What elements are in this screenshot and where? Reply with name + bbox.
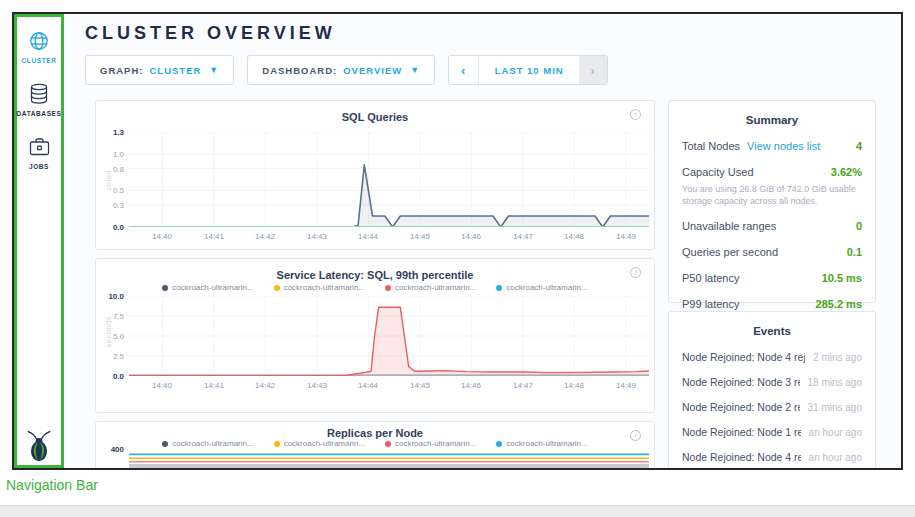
page-title: CLUSTER OVERVIEW (85, 23, 336, 44)
chart-svg (129, 132, 649, 227)
event-row[interactable]: Node Rejoined: Node 3 rej... 18 mins ago (682, 376, 862, 388)
x-axis-tick: 14:47 (505, 381, 541, 390)
y-axis-tick: 0.5 (98, 186, 124, 195)
dashboard-controls: GRAPH: CLUSTER ▼ DASHBOARD: OVERVIEW ▼ ‹… (85, 55, 608, 85)
summary-value: 4 (856, 140, 862, 152)
x-axis-tick: 14:42 (247, 381, 283, 390)
x-axis-tick: 14:43 (299, 381, 335, 390)
sidebar-item-databases[interactable]: DATABASES (17, 82, 62, 117)
chart-svg (129, 296, 649, 376)
summary-label: P99 latency (682, 298, 739, 310)
y-axis-tick: 1.3 (98, 128, 124, 137)
x-axis-tick: 14:48 (556, 232, 592, 241)
x-axis-tick: 14:49 (608, 232, 644, 241)
briefcase-icon (27, 135, 51, 159)
chart-plot-area[interactable] (129, 132, 649, 227)
x-axis-tick: 14:48 (556, 381, 592, 390)
graph-dropdown[interactable]: GRAPH: CLUSTER ▼ (85, 55, 234, 85)
summary-row: P99 latency285.2 ms (682, 298, 862, 310)
legend-dot (496, 285, 502, 291)
navigation-bar: CLUSTER DATABASES (14, 14, 64, 468)
summary-value: 3.62% (831, 166, 862, 178)
y-axis-tick: 0.3 (98, 201, 124, 210)
time-window-selector: ‹ LAST 10 MIN › (448, 55, 608, 85)
summary-row: Total NodesView nodes list4 (682, 140, 862, 152)
summary-row: P50 latency10.5 ms (682, 272, 862, 284)
chart-title: Replicas per Node (96, 427, 654, 439)
x-axis-tick: 14:46 (453, 232, 489, 241)
y-axis-tick: 2.5 (98, 352, 124, 361)
time-prev-button[interactable]: ‹ (449, 56, 479, 84)
legend-item: cockroach-ultramarin... (162, 283, 253, 292)
summary-label: Unavailable ranges (682, 220, 776, 232)
chart-svg (129, 445, 649, 470)
chart-legend: cockroach-ultramarin... cockroach-ultram… (96, 283, 654, 292)
events-title: Events (682, 325, 862, 337)
event-row[interactable]: Node Rejoined: Node 4 rej... an hour ago (682, 451, 862, 463)
x-axis-tick: 14:40 (144, 232, 180, 241)
screenshot-canvas: CLUSTER DATABASES (0, 0, 915, 517)
x-axis-tick: 14:44 (350, 381, 386, 390)
summary-label: Queries per second (682, 246, 778, 258)
summary-label: P50 latency (682, 272, 739, 284)
sidebar-item-label: JOBS (29, 163, 49, 170)
x-axis-tick: 14:44 (350, 232, 386, 241)
y-axis-tick: 7.5 (98, 312, 124, 321)
y-axis-tick: 5.0 (98, 332, 124, 341)
y-axis-tick: 0.0 (98, 223, 124, 232)
summary-label: Total Nodes (682, 140, 740, 152)
summary-label: Capacity Used (682, 166, 754, 178)
event-time: an hour ago (801, 452, 862, 463)
cockroachdb-logo[interactable] (17, 428, 61, 462)
summary-value: 10.5 ms (822, 272, 862, 284)
dashboard-dropdown-value: OVERVIEW (343, 65, 402, 76)
summary-value: 285.2 ms (816, 298, 862, 310)
chart-plot-area[interactable] (129, 296, 649, 376)
time-window-label[interactable]: LAST 10 MIN (479, 56, 579, 84)
info-icon[interactable]: i (630, 267, 641, 278)
summary-title: Summary (682, 114, 862, 126)
legend-dot (385, 285, 391, 291)
event-row[interactable]: Node Rejoined: Node 4 rej... 2 mins ago (682, 351, 862, 363)
x-axis-tick: 14:42 (247, 232, 283, 241)
view-nodes-list-link[interactable]: View nodes list (747, 140, 820, 152)
summary-note: You are using 26.8 GiB of 742.0 GiB usab… (682, 183, 862, 207)
summary-row: Capacity Used3.62% (682, 166, 862, 178)
summary-row: Unavailable ranges0 (682, 220, 862, 232)
x-axis-tick: 14:45 (402, 381, 438, 390)
time-next-button[interactable]: › (579, 56, 607, 84)
event-row[interactable]: Node Rejoined: Node 2 rej... 31 mins ago (682, 401, 862, 413)
chart-panel-replicas-per-node: Replicas per Node i cockroach-ultramarin… (95, 421, 655, 470)
y-axis-tick: 10.0 (98, 292, 124, 301)
event-text: Node Rejoined: Node 2 rej... (682, 401, 800, 413)
chevron-down-icon: ▼ (209, 65, 219, 75)
event-text: Node Rejoined: Node 4 rej... (682, 451, 801, 463)
info-icon[interactable]: i (630, 109, 641, 120)
chevron-down-icon: ▼ (410, 65, 420, 75)
summary-row: Queries per second0.1 (682, 246, 862, 258)
x-axis-tick: 14:40 (144, 381, 180, 390)
graph-dropdown-label: GRAPH: (100, 65, 143, 76)
event-time: 31 mins ago (800, 402, 862, 413)
chart-plot-area[interactable] (129, 445, 649, 470)
dashboard-dropdown-label: DASHBOARD: (262, 65, 337, 76)
x-axis-tick: 14:41 (196, 232, 232, 241)
x-axis-tick: 14:41 (196, 381, 232, 390)
summary-value: 0.1 (847, 246, 862, 258)
graph-dropdown-value: CLUSTER (149, 65, 201, 76)
sidebar-item-jobs[interactable]: JOBS (27, 135, 51, 170)
event-time: 2 mins ago (805, 352, 862, 363)
legend-dot (274, 285, 280, 291)
dashboard-dropdown[interactable]: DASHBOARD: OVERVIEW ▼ (247, 55, 435, 85)
event-text: Node Rejoined: Node 3 rej... (682, 376, 800, 388)
event-row[interactable]: Node Rejoined: Node 1 rej... an hour ago (682, 426, 862, 438)
sidebar-item-label: DATABASES (17, 110, 62, 117)
x-axis-tick: 14:43 (299, 232, 335, 241)
y-axis-tick: 1.0 (98, 150, 124, 159)
y-axis-tick: 400 (98, 445, 124, 454)
legend-dot (162, 285, 168, 291)
bottom-strip (0, 505, 915, 517)
sidebar-item-cluster[interactable]: CLUSTER (22, 29, 57, 64)
event-text: Node Rejoined: Node 4 rej... (682, 351, 805, 363)
globe-icon (27, 29, 51, 53)
